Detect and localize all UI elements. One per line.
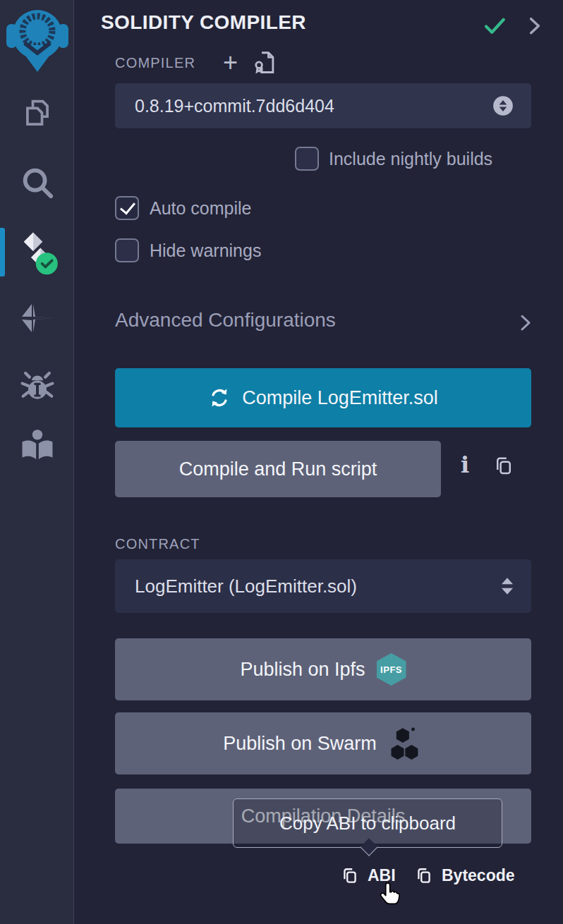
compile-button[interactable]: Compile LogEmitter.sol — [115, 368, 531, 427]
compiler-config-file-icon[interactable] — [251, 49, 278, 76]
file-explorer-icon — [19, 96, 56, 133]
remix-logo-icon[interactable] — [0, 4, 74, 75]
refresh-icon — [208, 387, 231, 409]
hide-warnings-label[interactable]: Hide warnings — [150, 241, 261, 261]
copy-bytecode-icon — [415, 867, 433, 885]
publish-ipfs-button[interactable]: Publish on Ipfs IPFS — [115, 638, 531, 700]
compile-success-check-icon — [482, 13, 507, 38]
include-nightly-label[interactable]: Include nightly builds — [329, 149, 492, 169]
page-title: SOLIDITY COMPILER — [101, 11, 306, 34]
copy-bytecode-button[interactable]: Bytecode — [415, 866, 515, 885]
info-icon[interactable] — [461, 451, 469, 478]
mouse-pointer-cursor — [377, 882, 401, 910]
swarm-logo-icon — [388, 726, 423, 761]
add-compiler-icon[interactable] — [223, 48, 238, 78]
sidebar-item-learn[interactable] — [0, 426, 74, 466]
copy-abi-button[interactable]: ABI — [341, 866, 396, 885]
advanced-configurations-toggle[interactable]: Advanced Configurations — [115, 309, 336, 332]
bytecode-label: Bytecode — [442, 866, 515, 885]
publish-ipfs-label: Publish on Ipfs — [240, 659, 365, 681]
book-reader-icon — [18, 426, 57, 466]
collapse-panel-chevron-icon[interactable] — [523, 13, 546, 38]
solidity-compiler-panel: SOLIDITY COMPILER COMPILER 0.8.19+commit… — [0, 0, 563, 924]
debugger-icon — [18, 367, 56, 405]
select-updown-icon — [492, 95, 514, 117]
tooltip-text: Copy ABI to clipboard — [279, 813, 456, 834]
compile-and-run-button[interactable]: Compile and Run script — [115, 441, 441, 497]
hide-warnings-checkbox[interactable] — [115, 238, 139, 262]
auto-compile-checkbox[interactable] — [115, 196, 139, 220]
copy-abi-icon — [341, 867, 359, 885]
sidebar-item-file-explorer[interactable] — [0, 96, 74, 133]
compile-button-label: Compile LogEmitter.sol — [242, 387, 438, 409]
ipfs-logo-icon: IPFS — [377, 653, 406, 686]
auto-compile-label[interactable]: Auto compile — [150, 198, 252, 219]
publish-swarm-button[interactable]: Publish on Swarm — [115, 712, 531, 774]
compiler-version-select[interactable]: 0.8.19+commit.7dd6d404 — [115, 83, 531, 128]
publish-swarm-label: Publish on Swarm — [223, 733, 377, 755]
compiler-version-value: 0.8.19+commit.7dd6d404 — [135, 96, 334, 116]
sidebar-item-search[interactable] — [0, 164, 74, 202]
remix-logo — [6, 4, 69, 75]
include-nightly-checkbox[interactable] — [295, 147, 319, 171]
sidebar-item-solidity-compiler[interactable] — [0, 231, 74, 275]
contract-section-label: CONTRACT — [115, 536, 200, 552]
compiler-section-label: COMPILER — [115, 55, 195, 71]
search-icon — [18, 164, 56, 202]
compile-and-run-label: Compile and Run script — [179, 458, 377, 480]
sidebar-item-debugger[interactable] — [0, 367, 74, 405]
select-arrows-icon — [499, 576, 516, 597]
sidebar-item-deploy-and-run[interactable] — [0, 300, 74, 336]
contract-select-value: LogEmitter (LogEmitter.sol) — [135, 576, 357, 597]
solidity-compiler-icon — [16, 231, 59, 275]
contract-select[interactable]: LogEmitter (LogEmitter.sol) — [115, 559, 531, 613]
abi-label: ABI — [368, 866, 396, 885]
advanced-config-chevron-icon[interactable] — [515, 310, 536, 334]
copy-script-icon[interactable] — [493, 456, 514, 477]
deploy-run-icon — [18, 300, 57, 336]
icon-rail — [0, 0, 74, 924]
